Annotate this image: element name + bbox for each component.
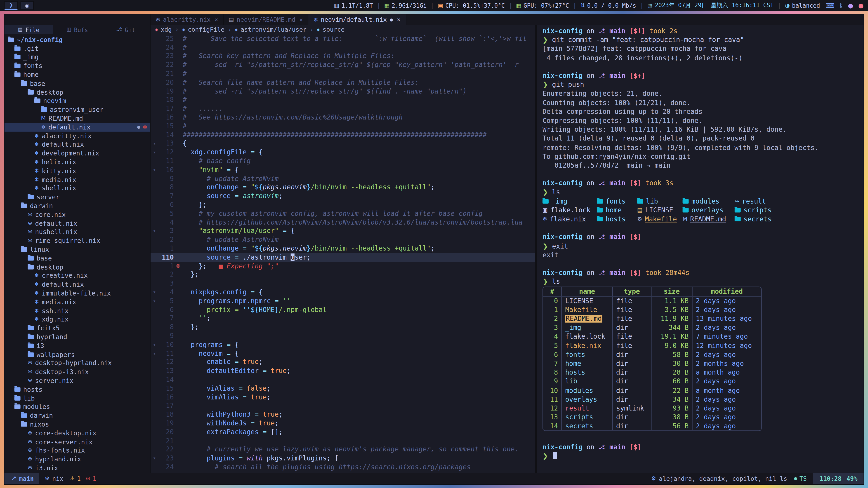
code-line[interactable]: ▾11 neovim = { xyxy=(151,349,535,358)
code-line[interactable]: 2 }; xyxy=(151,270,535,279)
code-line[interactable]: 15# xyxy=(151,122,535,131)
code-line[interactable]: 6 }; xyxy=(151,200,535,209)
code-line[interactable]: 20# Search file name pattern and Replace… xyxy=(151,78,535,87)
tree-item[interactable]: ❄core.nix xyxy=(4,210,150,219)
tree-item[interactable]: desktop xyxy=(4,88,150,97)
tree-item[interactable]: desktop xyxy=(4,263,150,271)
tree-item[interactable]: i3 xyxy=(4,341,150,350)
neotree-tab-git[interactable]: ⎇Git xyxy=(101,25,150,34)
tree-item[interactable]: ❄core-desktop.nix xyxy=(4,429,150,437)
code-line[interactable]: 14######################################… xyxy=(151,130,535,139)
close-icon[interactable]: × xyxy=(397,16,401,23)
code-line[interactable]: ▾13{ xyxy=(151,139,535,148)
tree-item[interactable]: home xyxy=(4,70,150,79)
fold-icon[interactable]: ▾ xyxy=(151,167,158,172)
directory-item[interactable]: scripts xyxy=(735,206,772,214)
terminal-command-line[interactable]: ❯ exit xyxy=(542,241,864,251)
terminal-command-line[interactable]: ❯ git push xyxy=(542,80,864,89)
fold-icon[interactable]: ▾ xyxy=(151,289,158,295)
tree-item[interactable]: ❄default.nix●⊗ xyxy=(4,123,150,132)
tree-item[interactable]: ❄media.nix xyxy=(4,175,150,184)
code-line[interactable]: 21 xyxy=(151,436,535,445)
record-icon[interactable]: ● xyxy=(858,2,864,8)
code-area[interactable]: 25# Save the selected text to a file: `:… xyxy=(151,34,535,473)
tree-item[interactable]: ❄ssh.nix xyxy=(4,306,150,315)
tree-item[interactable]: darwin xyxy=(4,411,150,420)
code-line[interactable]: 5 # my cusotom astronvim config, astronv… xyxy=(151,209,535,218)
breadcrumb-item[interactable]: ◆astronvim/lua/user xyxy=(235,26,307,33)
volume-icon[interactable]: ● xyxy=(848,2,853,8)
editor-tab[interactable]: ❄neovim/default.nix●× xyxy=(308,14,406,25)
tree-item[interactable]: ~/nix-config xyxy=(4,35,150,44)
tree-item[interactable]: ❄default.nix xyxy=(4,280,150,289)
tree-item[interactable]: linux xyxy=(4,245,150,254)
terminal-command-line[interactable]: ❯ ls xyxy=(542,278,864,287)
code-line[interactable]: 24# xyxy=(151,43,535,52)
tree-item[interactable]: hosts xyxy=(4,385,150,394)
tree-item[interactable]: ❄desktop-i3.nix xyxy=(4,367,150,377)
tree-item[interactable]: darwin xyxy=(4,201,150,210)
code-line[interactable]: 7 source = astronvim; xyxy=(151,192,535,200)
tree-item[interactable]: ❄default.nix xyxy=(4,140,150,149)
tree-item[interactable]: ❄alacritty.nix xyxy=(4,131,150,140)
tree-item[interactable]: modules xyxy=(4,402,150,412)
tree-item[interactable]: base xyxy=(4,254,150,263)
directory-item[interactable]: overlays xyxy=(683,206,735,214)
code-line[interactable]: 25# Save the selected text to a file: `:… xyxy=(151,34,535,43)
code-line[interactable]: 18# xyxy=(151,96,535,104)
code-line[interactable]: 24 # search all the plugins using https:… xyxy=(151,462,535,471)
breadcrumb-item[interactable]: ◆xdg xyxy=(155,26,172,33)
neotree-tab-bufs[interactable]: ▥Bufs xyxy=(53,25,101,34)
code-line[interactable]: 19 withNodeJs = true; xyxy=(151,419,535,428)
fold-icon[interactable]: ▾ xyxy=(151,342,158,347)
file-item[interactable]: MREADME.md xyxy=(683,215,735,223)
tree-item[interactable]: ❄shell.nix xyxy=(4,184,150,193)
directory-item[interactable]: home xyxy=(597,206,637,214)
directory-item[interactable]: modules xyxy=(683,197,735,205)
code-line[interactable]: 1⊗ }; ■ Expecting ";" xyxy=(151,262,535,270)
tree-item[interactable]: ❄hyprland.nix xyxy=(4,455,150,464)
code-line[interactable]: 17 xyxy=(151,401,535,410)
fold-icon[interactable]: ▾ xyxy=(151,351,158,356)
fold-icon[interactable]: ▾ xyxy=(151,141,158,146)
keyboard-icon[interactable]: ⌨ xyxy=(826,2,834,8)
tree-item[interactable]: ❄helix.nix xyxy=(4,158,150,166)
terminal[interactable]: nix-config on ⎇ main [$!] took 2s❯ git c… xyxy=(535,25,864,473)
fold-icon[interactable]: ▾ xyxy=(151,455,158,461)
editor-tab[interactable]: ▤neovim/README.md× xyxy=(224,14,309,25)
file-item[interactable]: ▣flake.lock xyxy=(542,206,597,214)
bluetooth-icon[interactable]: ᛒ xyxy=(839,2,843,8)
terminal-command-line[interactable]: ❯ xyxy=(542,451,864,460)
code-line[interactable]: 16# See https://astronvim.com/Basic%20Us… xyxy=(151,113,535,122)
tree-item[interactable]: ❄nushell.nix xyxy=(4,228,150,236)
tree-item[interactable]: ❄server.nix xyxy=(4,376,150,385)
code-line[interactable]: 2 # update AstroNvim xyxy=(151,235,535,244)
tree-item[interactable]: ❄i3.nix xyxy=(4,464,150,473)
close-icon[interactable]: × xyxy=(215,16,218,23)
tree-item[interactable]: neovim xyxy=(4,97,150,105)
code-line[interactable]: ▾4 nixpkgs.config = { xyxy=(151,288,535,297)
tree-item[interactable]: ❄immutable-file.nix xyxy=(4,289,150,298)
code-line[interactable]: 1 onChange = "${pkgs.neovim}/bin/nvim --… xyxy=(151,244,535,253)
directory-item[interactable]: secrets xyxy=(735,215,772,223)
breadcrumb-item[interactable]: ◆source xyxy=(317,26,345,33)
error-count[interactable]: ⊗ 1 xyxy=(86,475,96,482)
close-icon[interactable]: × xyxy=(299,16,303,23)
code-line[interactable]: 15 viAlias = false; xyxy=(151,384,535,393)
code-line[interactable]: ▾12 xdg.configFile = { xyxy=(151,148,535,157)
tree-item[interactable]: ❄default.nix xyxy=(4,219,150,228)
tree-item[interactable]: server xyxy=(4,193,150,201)
tree-item[interactable]: ❄core-server.nix xyxy=(4,437,150,446)
terminal-command-line[interactable]: ❯ ls xyxy=(542,188,864,197)
terminal-command-line[interactable]: ❯ git commit -am "feat: catppuccin-mocha… xyxy=(542,35,864,44)
code-line[interactable]: 20 extraPackages = []; xyxy=(151,428,535,436)
tree-item[interactable]: hyprland xyxy=(4,332,150,341)
code-line[interactable]: 3 xyxy=(151,279,535,288)
code-line[interactable]: 21# xyxy=(151,69,535,78)
tree-item[interactable]: MREADME.md xyxy=(4,114,150,123)
code-line[interactable]: ▾23 plugins = with pkgs.vimPlugins; [ xyxy=(151,454,535,463)
file-item[interactable]: ▤LICENSE xyxy=(637,206,683,214)
code-line[interactable]: 8 onChange = "${pkgs.neovim}/bin/nvim --… xyxy=(151,183,535,192)
code-line[interactable]: 14 xyxy=(151,375,535,384)
git-branch-segment[interactable]: ⎇ main xyxy=(4,473,39,484)
